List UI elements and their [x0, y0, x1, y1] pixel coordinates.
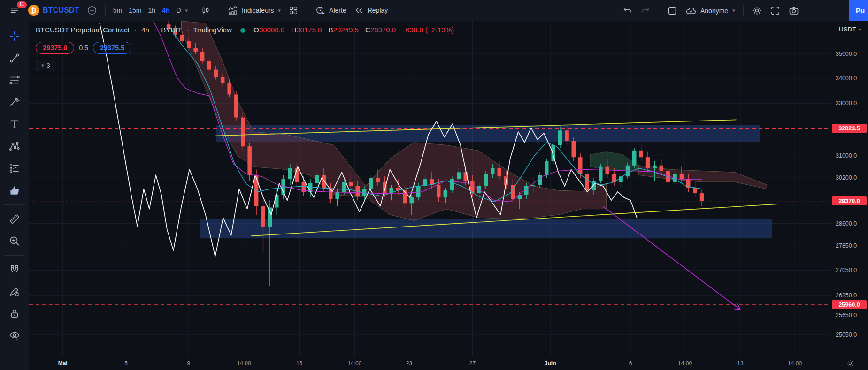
axis-currency-label: USDT: [839, 26, 856, 33]
market-status-icon: [240, 28, 245, 33]
ohlc-open-label: O: [253, 26, 259, 34]
legend-platform[interactable]: TradingView: [193, 26, 232, 34]
time-tick: 14:00: [347, 360, 361, 367]
ohlc-close-value: 29370.0: [370, 26, 396, 34]
timeframe-chevron-down-icon[interactable]: ▾: [185, 8, 188, 14]
time-tick: Mai: [58, 360, 68, 367]
screenshot-button[interactable]: [784, 0, 803, 21]
tool-lock-all-drawings[interactable]: [5, 304, 24, 323]
toolbar-divider: [307, 5, 307, 16]
replay-rewind-icon: [354, 5, 364, 15]
timeframe-D[interactable]: D: [173, 7, 184, 14]
forecast-projection-icon: [8, 162, 21, 174]
eye-hide-icon: [8, 330, 21, 342]
legend-symbol-title[interactable]: BTCUSDT Perpetual Contract: [36, 26, 130, 34]
axis-currency-selector[interactable]: USDT ▾: [831, 26, 868, 33]
main-menu-button[interactable]: 11: [5, 0, 24, 21]
tool-thumbs-up[interactable]: [5, 181, 24, 200]
legend-exchange[interactable]: BYBIT: [161, 26, 181, 34]
toolbar-divider: [219, 5, 219, 16]
time-tick: 13: [737, 360, 743, 367]
grid-icon: [288, 5, 299, 15]
alert-button[interactable]: Alerte: [311, 0, 350, 21]
camera-icon: [788, 5, 799, 16]
sidebar-divider: [4, 204, 25, 205]
tool-ruler[interactable]: [5, 210, 24, 228]
tool-text[interactable]: [5, 115, 24, 134]
tool-hide-all-drawings[interactable]: [5, 326, 24, 345]
tool-brush[interactable]: [5, 93, 24, 112]
tool-crosshair[interactable]: [5, 27, 24, 45]
brush-icon: [8, 96, 21, 108]
axis-corner[interactable]: [831, 356, 868, 370]
price-chart-canvas[interactable]: [29, 21, 831, 356]
price-tick: 33000.0: [836, 100, 857, 106]
layout-select-button[interactable]: [663, 0, 681, 21]
publish-button[interactable]: Pu: [849, 0, 868, 21]
tool-drawing-mode-lock[interactable]: [5, 282, 24, 301]
symbol-search-add-button[interactable]: [83, 0, 101, 21]
timeframe-4h[interactable]: 4h: [159, 7, 173, 14]
undo-button[interactable]: [619, 0, 637, 21]
collapse-indicators-button[interactable]: ▾3: [36, 61, 54, 70]
timeframe-5m[interactable]: 5m: [110, 7, 125, 14]
toolbar-divider: [743, 5, 744, 16]
undo-icon: [622, 6, 633, 16]
replay-label: Replay: [368, 7, 388, 14]
tool-zoom-in[interactable]: [5, 232, 24, 250]
tool-trend-line[interactable]: [5, 49, 24, 68]
redo-icon: [640, 6, 651, 16]
toolbar-divider: [659, 5, 659, 16]
symbol-button[interactable]: ₿ BTCUSDT: [24, 0, 83, 21]
lock-icon: [8, 308, 21, 320]
symbol-label: BTCUSDT: [43, 6, 79, 15]
zoom-in-icon: [8, 235, 21, 247]
alarm-clock-icon: [315, 5, 326, 16]
timeframe-1h[interactable]: 1h: [145, 7, 159, 14]
settings-button[interactable]: [748, 0, 766, 21]
indicators-button[interactable]: Indicateurs ▾: [223, 0, 284, 21]
buy-ask-button[interactable]: 29375.5: [93, 42, 131, 54]
layout-templates-button[interactable]: [284, 0, 302, 21]
plus-circle-icon: [87, 5, 97, 15]
trend-line-icon: [8, 52, 21, 64]
price-tick: 34000.0: [836, 75, 857, 82]
ohlc-close-label: C: [365, 26, 370, 34]
legend-timeframe[interactable]: 4h: [141, 26, 149, 34]
chart-style-button[interactable]: [197, 0, 215, 21]
timeframe-15m[interactable]: 15m: [125, 7, 145, 14]
candles-icon: [200, 5, 211, 15]
alert-label: Alerte: [329, 7, 346, 14]
ohlc-low-value: 29249.5: [333, 26, 359, 34]
tool-fib-retracement[interactable]: [5, 71, 24, 90]
time-tick: 6: [629, 360, 632, 367]
tool-magnet[interactable]: [5, 260, 24, 279]
fullscreen-icon: [770, 5, 781, 16]
chart-pane[interactable]: BTCUSDT Perpetual Contract · 4h · BYBIT …: [29, 21, 831, 356]
redo-button[interactable]: [637, 0, 654, 21]
fib-retracement-icon: [8, 74, 21, 86]
chevron-down-icon: ▾: [41, 62, 44, 68]
chart-legend[interactable]: BTCUSDT Perpetual Contract · 4h · BYBIT …: [36, 26, 454, 34]
ohlc-open-value: 30008.0: [259, 26, 284, 34]
account-chevron-down-icon[interactable]: ▾: [732, 8, 735, 14]
price-tick: 27850.0: [836, 242, 857, 249]
account-button[interactable]: Anonyme ▾: [681, 0, 739, 21]
price-axis[interactable]: USDT ▾ 35000.034000.033000.031000.030200…: [831, 21, 868, 356]
sell-bid-button[interactable]: 29375.0: [36, 42, 74, 54]
indicators-chevron-down-icon[interactable]: ▾: [278, 8, 281, 14]
replay-button[interactable]: Replay: [350, 0, 392, 21]
tool-xabcd-pattern[interactable]: [5, 137, 24, 156]
price-axis-highlight-label: 32023.5: [832, 124, 867, 133]
currency-chevron-down-icon: ▾: [859, 27, 861, 32]
price-tick: 28600.0: [836, 220, 857, 227]
pencil-lock-icon: [8, 286, 21, 298]
layout-square-icon: [667, 6, 677, 16]
time-axis[interactable]: Mai5914:001614:002327Juin614:001314:00: [29, 356, 831, 370]
tool-forecast[interactable]: [5, 159, 24, 178]
fullscreen-button[interactable]: [766, 0, 784, 21]
crosshair-icon: [8, 30, 21, 42]
ohlc-high-label: H: [291, 26, 296, 34]
gear-icon: [752, 5, 762, 16]
top-toolbar: 11 ₿ BTCUSDT 5m 15m 1h 4h D ▾ Indicateur…: [0, 0, 868, 21]
